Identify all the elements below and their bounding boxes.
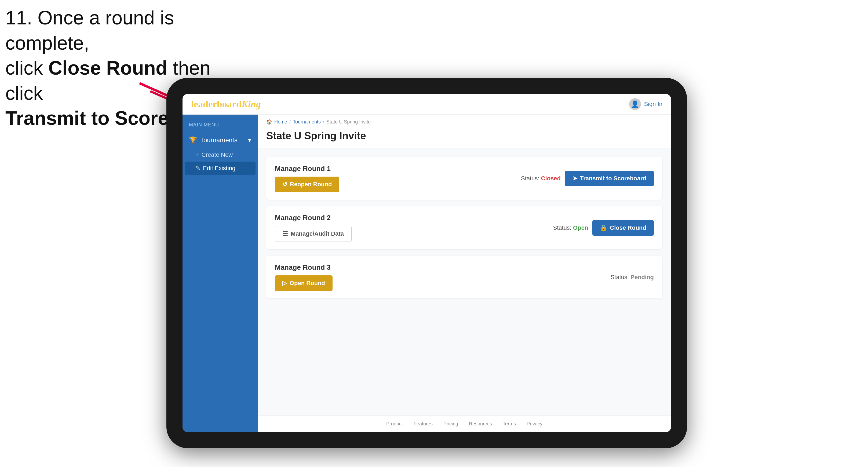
round-2-status: Status: Open: [553, 224, 588, 231]
sidebar-item-tournaments[interactable]: 🏆 Tournaments ▾: [183, 132, 258, 148]
avatar-icon: 👤: [629, 98, 641, 110]
round-2-left: Manage Round 2 ☰ Manage/Audit Data: [275, 214, 351, 242]
page-title: State U Spring Invite: [258, 127, 671, 148]
header-right: 👤 Sign In: [629, 98, 663, 110]
reopen-icon: ↺: [282, 181, 287, 188]
reopen-round-label: Reopen Round: [290, 181, 332, 188]
content-area: Manage Round 1 ↺ Reopen Round Status: Cl…: [258, 148, 671, 415]
chevron-down-icon: ▾: [248, 136, 251, 144]
logo: leaderboardKing: [191, 98, 261, 110]
main-content: 🏠 Home / Tournaments / State U Spring In…: [258, 115, 671, 432]
round-2-label: Manage Round 2: [275, 214, 351, 222]
trophy-icon: 🏆: [189, 136, 197, 144]
round-card-2: Manage Round 2 ☰ Manage/Audit Data Statu…: [266, 206, 662, 249]
instruction-line2: click: [5, 57, 48, 79]
audit-icon: ☰: [283, 230, 288, 237]
round-1-status: Status: Closed: [521, 175, 561, 182]
round-1-label: Manage Round 1: [275, 164, 339, 173]
transmit-scoreboard-button[interactable]: ➤ Transmit to Scoreboard: [565, 171, 654, 186]
manage-audit-label: Manage/Audit Data: [291, 230, 344, 237]
transmit-icon: ➤: [572, 175, 577, 182]
footer-pricing[interactable]: Pricing: [443, 421, 458, 427]
open-round-icon: ▷: [282, 280, 287, 287]
round-1-right: Status: Closed ➤ Transmit to Scoreboard: [521, 171, 654, 186]
transmit-scoreboard-label: Transmit to Scoreboard: [580, 175, 646, 182]
tablet-screen: leaderboardKing 👤 Sign In MAIN MENU 🏆 To…: [183, 94, 671, 432]
round-1-status-value: Closed: [541, 175, 561, 182]
close-round-button[interactable]: 🔒 Close Round: [592, 220, 654, 236]
breadcrumb-icon: 🏠: [266, 119, 272, 125]
app-footer: Product Features Pricing Resources Terms…: [258, 415, 671, 432]
edit-icon: ✎: [195, 165, 200, 172]
round-3-label: Manage Round 3: [275, 263, 333, 272]
manage-audit-button[interactable]: ☰ Manage/Audit Data: [275, 226, 351, 242]
footer-product[interactable]: Product: [386, 421, 403, 427]
round-1-left: Manage Round 1 ↺ Reopen Round: [275, 164, 339, 192]
sign-in-label[interactable]: Sign In: [644, 101, 663, 107]
breadcrumb-home[interactable]: Home: [274, 119, 287, 125]
round-card-1: Manage Round 1 ↺ Reopen Round Status: Cl…: [266, 157, 662, 200]
sidebar: MAIN MENU 🏆 Tournaments ▾ + Create New ✎…: [183, 115, 258, 432]
app-header: leaderboardKing 👤 Sign In: [183, 94, 671, 115]
open-round-label: Open Round: [289, 280, 325, 287]
breadcrumb-tournaments[interactable]: Tournaments: [293, 119, 321, 125]
tablet-frame: leaderboardKing 👤 Sign In MAIN MENU 🏆 To…: [166, 78, 687, 448]
sidebar-sub-create-new[interactable]: + Create New: [183, 148, 258, 162]
logo-accent: King: [242, 99, 261, 110]
sidebar-tournaments-label: Tournaments: [200, 136, 238, 144]
breadcrumb: 🏠 Home / Tournaments / State U Spring In…: [258, 115, 671, 127]
round-3-left: Manage Round 3 ▷ Open Round: [275, 263, 333, 291]
footer-features[interactable]: Features: [413, 421, 433, 427]
round-2-status-value: Open: [573, 224, 588, 231]
lock-icon: 🔒: [600, 224, 607, 231]
footer-privacy[interactable]: Privacy: [527, 421, 542, 427]
create-new-label: Create New: [202, 151, 233, 158]
breadcrumb-current: State U Spring Invite: [327, 119, 371, 125]
round-3-status: Status: Pending: [611, 274, 654, 281]
round-3-status-value: Pending: [630, 274, 654, 280]
footer-terms[interactable]: Terms: [503, 421, 516, 427]
sidebar-menu-label: MAIN MENU: [183, 120, 258, 132]
footer-resources[interactable]: Resources: [469, 421, 492, 427]
instruction-bold1: Close Round: [48, 57, 167, 79]
reopen-round-button[interactable]: ↺ Reopen Round: [275, 177, 339, 192]
breadcrumb-sep2: /: [323, 119, 324, 125]
app-body: MAIN MENU 🏆 Tournaments ▾ + Create New ✎…: [183, 115, 671, 432]
plus-icon: +: [195, 151, 199, 158]
sidebar-sub-edit-existing[interactable]: ✎ Edit Existing: [185, 162, 255, 175]
edit-existing-label: Edit Existing: [203, 165, 236, 172]
close-round-label: Close Round: [610, 224, 646, 231]
breadcrumb-sep1: /: [289, 119, 291, 125]
sidebar-item-left: 🏆 Tournaments: [189, 136, 238, 144]
round-2-right: Status: Open 🔒 Close Round: [553, 220, 654, 236]
instruction-line1: 11. Once a round is complete,: [5, 7, 174, 54]
open-round-button[interactable]: ▷ Open Round: [275, 275, 333, 291]
round-3-right: Status: Pending: [611, 274, 654, 281]
logo-text: leaderboard: [191, 99, 242, 110]
round-card-3: Manage Round 3 ▷ Open Round Status: Pend…: [266, 256, 662, 299]
